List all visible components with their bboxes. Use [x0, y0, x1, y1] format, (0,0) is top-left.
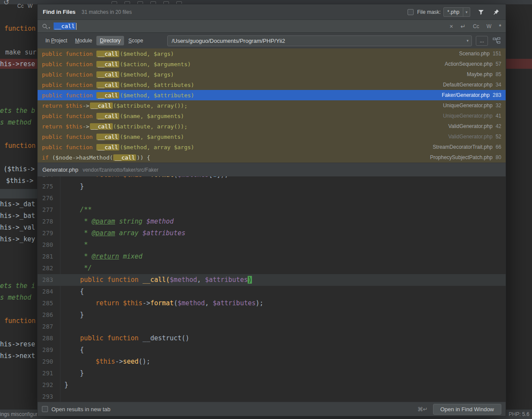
scope-row: In ProjectModuleDirectoryScope /Users/gu…	[38, 33, 506, 48]
regex-toggle[interactable]: *	[499, 22, 501, 30]
text-cursor	[76, 23, 76, 30]
clear-search-icon[interactable]: ×	[449, 23, 453, 30]
search-query-text: __call	[54, 22, 76, 30]
background-code-fragment: his->_key	[0, 235, 35, 243]
scope-tabs: In ProjectModuleDirectoryScope	[42, 36, 147, 45]
code-line: 276	[38, 192, 506, 204]
code-line: 287	[38, 321, 506, 333]
background-code-fragment: ets the i	[0, 282, 35, 290]
code-line: 285 return $this->format($method, $attri…	[38, 297, 506, 309]
match-summary: 31 matches in 20 files	[82, 9, 132, 15]
find-in-files-dialog: Find in Files 31 matches in 20 files Fil…	[38, 4, 506, 416]
chevron-down-icon[interactable]: ▾	[463, 8, 470, 16]
background-code-fragment: his->rese	[0, 60, 35, 68]
scope-tab-in-project[interactable]: In Project	[42, 36, 71, 45]
scope-tab-scope[interactable]: Scope	[125, 36, 147, 45]
dialog-title: Find in Files	[43, 9, 76, 15]
code-line: 290 $this->seed();	[38, 356, 506, 368]
chevron-down-icon[interactable]: ▾	[464, 38, 471, 43]
code-line: 279 * @param array $attributes	[38, 227, 506, 239]
code-line: 292}	[38, 379, 506, 391]
code-line: 278 * @param string $method	[38, 216, 506, 227]
directory-path-combo[interactable]: /Users/guoguo/Documents/Program/PHP/Yii2…	[167, 35, 472, 46]
background-code-fragment: function	[4, 25, 35, 32]
code-line: 286 }	[38, 309, 506, 321]
code-line: 284 {	[38, 286, 506, 297]
whole-words-toggle[interactable]: W	[487, 23, 491, 29]
background-code-fragment: ($this->	[3, 165, 35, 173]
code-line: 275 }	[38, 181, 506, 192]
background-code-fragment: his->_val	[0, 224, 35, 231]
code-line: 291 }	[38, 368, 506, 379]
open-new-tab-checkbox[interactable]	[42, 406, 48, 412]
background-code-fragment: his->rese	[0, 340, 35, 348]
search-result-row[interactable]: return $this->__call($attribute, array()…	[38, 121, 506, 131]
file-mask-checkbox[interactable]	[408, 9, 414, 15]
background-code-fragment: function	[4, 317, 35, 325]
file-mask-combo[interactable]: *.php ▾	[443, 7, 470, 17]
code-line: 280 *	[38, 239, 506, 251]
pin-icon[interactable]	[492, 8, 500, 16]
filter-icon[interactable]	[477, 8, 485, 16]
file-mask-label: File mask:	[417, 9, 441, 15]
search-input[interactable]: __call	[54, 22, 76, 30]
code-line: 293	[38, 391, 506, 402]
search-result-row[interactable]: return $this->__call($attribute, array()…	[38, 100, 506, 111]
code-line: 281 * @return mixed	[38, 251, 506, 262]
preview-header: Generator.php vendor/fzaninotto/faker/sr…	[38, 163, 506, 176]
search-bar[interactable]: ▾ __call × ↵ Cc W *	[38, 19, 506, 33]
preview-file-path: vendor/fzaninotto/faker/src/Faker	[83, 167, 158, 173]
shortcut-hint: ⌘↵	[417, 406, 428, 413]
search-result-row[interactable]: public function __call($method, $attribu…	[38, 90, 506, 100]
search-result-row[interactable]: public function __call($method, $args)Ma…	[38, 69, 506, 80]
search-result-row[interactable]: if ($node->hasMethod(__call)) {ProphecyS…	[38, 152, 506, 163]
background-code-fragment: make sur	[5, 48, 36, 56]
dialog-header: Find in Files 31 matches in 20 files Fil…	[38, 4, 506, 19]
background-code-fragment: his->_bat	[0, 212, 35, 220]
background-code-fragment: function	[4, 142, 35, 150]
background-code-fragment: s method	[0, 118, 31, 126]
scope-tab-module[interactable]: Module	[72, 36, 96, 45]
search-result-row[interactable]: public function __call($name, $arguments…	[38, 111, 506, 121]
screen: ↺ Cc W functionmake surhis->reseets the …	[0, 0, 532, 419]
search-history-chevron-icon[interactable]: ▾	[48, 26, 50, 30]
code-line: 277 /**	[38, 204, 506, 216]
php-version-widget[interactable]: PHP: 5.6	[509, 411, 529, 417]
status-message: ings misconfigur	[0, 411, 38, 417]
search-result-row[interactable]: public function __call($name, $arguments…	[38, 131, 506, 142]
match-case-toggle[interactable]: Cc	[473, 23, 479, 29]
directory-path: /Users/guoguo/Documents/Program/PHP/Yii2	[172, 38, 464, 44]
newline-icon[interactable]: ↵	[460, 23, 465, 30]
code-line: 282 */	[38, 262, 506, 274]
preview-file-name: Generator.php	[42, 166, 78, 173]
background-code-fragment: his->next	[0, 352, 35, 360]
scope-tab-directory[interactable]: Directory	[96, 36, 124, 45]
dialog-footer: Open results in new tab ⌘↵ Open in Find …	[38, 402, 506, 416]
search-results-list: public function __call($method, $args)Sc…	[38, 48, 506, 163]
search-result-row[interactable]: public function __call($method, array $a…	[38, 142, 506, 152]
code-line: 283 public function __call($method, $att…	[38, 274, 506, 286]
open-in-find-window-button[interactable]: Open in Find Window	[433, 404, 501, 415]
preview-editor[interactable]: 274 return $this->format($matches[1]);27…	[38, 176, 506, 402]
browse-button[interactable]: ...	[476, 36, 488, 46]
code-line: 288 public function __destruct()	[38, 333, 506, 344]
file-mask-value: *.php	[444, 9, 463, 15]
search-result-row[interactable]: public function __call($method, $args)Sc…	[38, 48, 506, 59]
search-icon	[42, 23, 48, 29]
directory-structure-icon[interactable]	[492, 36, 501, 45]
code-line: 289 {	[38, 344, 506, 356]
preview-code: 274 return $this->format($matches[1]);27…	[38, 176, 506, 402]
background-code-fragment: $this->	[6, 177, 33, 185]
open-new-tab-label: Open results in new tab	[51, 406, 111, 413]
background-code-fragment: ets the b	[0, 107, 35, 115]
background-code-fragment: s method	[0, 294, 31, 301]
search-result-row[interactable]: public function __call($action, $argumen…	[38, 59, 506, 69]
code-line: 274 return $this->format($matches[1]);	[38, 176, 506, 181]
search-result-row[interactable]: public function __call($method, $attribu…	[38, 80, 506, 90]
background-code-fragment: his->_dat	[0, 200, 35, 208]
